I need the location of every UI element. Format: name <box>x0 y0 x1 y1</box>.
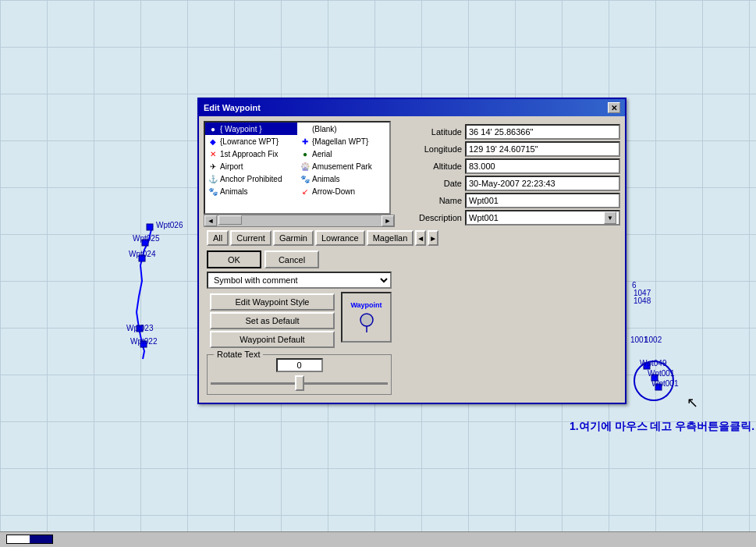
waypoint-default-button[interactable]: Waypoint Default <box>210 331 335 348</box>
date-label: Date <box>399 179 462 188</box>
longitude-input[interactable] <box>465 141 620 157</box>
symbol-item-aerial[interactable]: ● Aerial <box>297 147 389 160</box>
scale-bar <box>6 535 53 544</box>
filter-garmin-button[interactable]: Garmin <box>273 230 314 246</box>
scale-white <box>7 535 30 543</box>
magellan-icon: ✚ <box>300 137 310 146</box>
symbol-item-label: 1st Approach Fix <box>220 150 278 158</box>
symbol-item-blank[interactable]: (Blank) <box>297 123 389 135</box>
anchor-icon: ⚓ <box>208 174 218 183</box>
rotate-input[interactable]: 0 <box>276 358 323 372</box>
slider-track <box>211 375 388 391</box>
preview-label: Waypoint <box>350 301 382 309</box>
latitude-input[interactable] <box>465 124 620 140</box>
arrowdown-icon: ↙ <box>300 186 310 196</box>
altitude-input[interactable] <box>465 158 620 174</box>
symbol-item-animals2[interactable]: 🐾 Animals <box>205 185 297 197</box>
amusement-icon: 🎡 <box>300 162 310 171</box>
symbol-item-label: { Waypoint } <box>220 125 262 133</box>
scrollbar-thumb[interactable] <box>218 215 242 225</box>
scale-blue <box>30 535 52 543</box>
symbol-item-waypoint[interactable]: ● { Waypoint } <box>205 123 297 135</box>
style-preview-row: Edit Waypoint Style Set as Default Waypo… <box>207 292 392 350</box>
symbol-item-label: (Blank) <box>312 125 337 133</box>
symbol-item-label: Airport <box>220 162 243 171</box>
airport-icon: ✈ <box>208 162 218 171</box>
latitude-label: Latitude <box>399 127 462 137</box>
dialog-body: ● { Waypoint } (Blank) ◆ {Lowrance WPT} … <box>199 116 625 403</box>
dialog-left-panel: ● { Waypoint } (Blank) ◆ {Lowrance WPT} … <box>204 121 395 398</box>
symbol-item-animals[interactable]: 🐾 Animals <box>297 172 389 185</box>
symbol-item-label: Amusement Park <box>312 162 372 171</box>
rotate-input-row: 0 <box>211 358 388 372</box>
symbol-list-scrollbar[interactable]: ◄ ► <box>204 215 395 227</box>
dialog-title: Edit Waypoint <box>204 103 261 112</box>
latitude-row: Latitude <box>399 124 620 140</box>
scrollbar-left-arrow[interactable]: ◄ <box>204 215 217 226</box>
filter-current-button[interactable]: Current <box>230 230 272 246</box>
symbol-item-label: Anchor Prohibited <box>220 175 282 183</box>
bottom-bar <box>0 531 756 547</box>
symbol-item-label: {Lowrance WPT} <box>220 137 279 146</box>
symbol-item-label: Arrow-Down <box>312 187 355 196</box>
rotate-text-label: Rotate Text <box>214 350 263 359</box>
date-input[interactable] <box>465 176 620 191</box>
symbol-list[interactable]: ● { Waypoint } (Blank) ◆ {Lowrance WPT} … <box>204 121 391 215</box>
properties-panel: Latitude Longitude Altitude Date Name De <box>399 121 620 398</box>
filter-row: All Current Garmin Lowrance Magellan ◄ ► <box>207 230 392 246</box>
longitude-label: Longitude <box>399 144 462 154</box>
symbol-item-lowrance[interactable]: ◆ {Lowrance WPT} <box>205 135 297 147</box>
name-row: Name <box>399 193 620 208</box>
style-buttons: Edit Waypoint Style Set as Default Waypo… <box>210 293 335 348</box>
map-number-1002: 1002 <box>644 336 662 344</box>
filter-all-button[interactable]: All <box>207 230 229 246</box>
filter-lowrance-button[interactable]: Lowrance <box>315 230 365 246</box>
cancel-button[interactable]: Cancel <box>264 250 319 268</box>
dialog-titlebar: Edit Waypoint ✕ <box>199 99 625 116</box>
set-as-default-button[interactable]: Set as Default <box>210 312 335 329</box>
symbol-item-label: Animals <box>312 175 340 183</box>
animals-icon: 🐾 <box>300 174 310 183</box>
symbol-with-comment-select[interactable]: Symbol with comment <box>207 272 392 289</box>
symbol-item-arrowdown[interactable]: ↙ Arrow-Down <box>297 185 389 197</box>
animals2-icon: 🐾 <box>208 186 218 196</box>
symbol-item-anchor[interactable]: ⚓ Anchor Prohibited <box>205 172 297 185</box>
altitude-row: Altitude <box>399 158 620 174</box>
edit-waypoint-style-button[interactable]: Edit Waypoint Style <box>210 293 335 311</box>
date-row: Date <box>399 176 620 191</box>
description-value: Wpt001 <box>469 213 499 222</box>
aerial-icon: ● <box>300 149 310 158</box>
approach-icon: ✕ <box>208 149 218 158</box>
symbol-item-magellan[interactable]: ✚ {Magellan WPT} <box>297 135 389 147</box>
slider-line <box>211 382 388 385</box>
altitude-label: Altitude <box>399 162 462 171</box>
blank-icon <box>300 124 310 133</box>
symbol-list-inner: ● { Waypoint } (Blank) ◆ {Lowrance WPT} … <box>205 123 389 197</box>
symbol-item-label: Aerial <box>312 150 332 158</box>
dialog-close-button[interactable]: ✕ <box>608 102 620 113</box>
waypoint-preview: Waypoint <box>341 292 392 343</box>
name-label: Name <box>399 196 462 205</box>
symbol-combo-row: Symbol with comment <box>207 272 392 289</box>
lowrance-icon: ◆ <box>208 137 218 146</box>
slider-thumb[interactable] <box>295 375 304 391</box>
description-combo-arrow[interactable]: ▼ <box>604 211 616 224</box>
preview-svg <box>355 311 378 334</box>
description-combo[interactable]: Wpt001 ▼ <box>465 210 620 226</box>
description-row: Description Wpt001 ▼ <box>399 210 620 226</box>
ok-cancel-row: OK Cancel <box>204 250 395 268</box>
symbol-item-airport[interactable]: ✈ Airport <box>205 160 297 172</box>
symbol-item-amusement[interactable]: 🎡 Amusement Park <box>297 160 389 172</box>
ok-button[interactable]: OK <box>207 250 261 268</box>
edit-waypoint-dialog: Edit Waypoint ✕ ● { Waypoint } (Blank) <box>197 98 626 404</box>
scrollbar-right-arrow[interactable]: ► <box>382 215 394 226</box>
symbol-item-approach[interactable]: ✕ 1st Approach Fix <box>205 147 297 160</box>
waypoint-icon: ● <box>208 124 218 133</box>
description-label: Description <box>399 213 462 222</box>
rotate-text-section: Rotate Text 0 <box>207 354 392 395</box>
longitude-row: Longitude <box>399 141 620 157</box>
map-number-1048: 1048 <box>634 297 651 305</box>
svg-point-9 <box>360 314 373 326</box>
name-input[interactable] <box>465 193 620 208</box>
symbol-item-label: {Magellan WPT} <box>312 137 368 146</box>
